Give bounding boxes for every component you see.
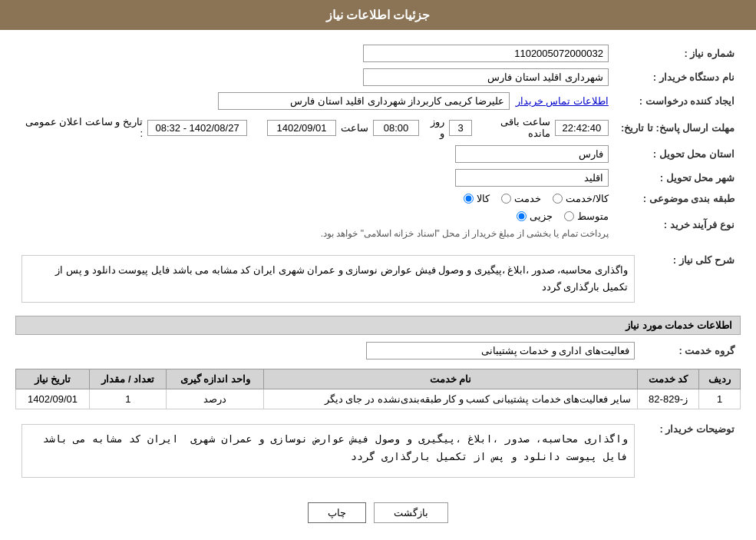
announce-date-value: 1402/08/27 - 08:32 [147, 120, 247, 136]
time-value: 08:00 [373, 120, 419, 136]
category-label: طبقه بندی موضوعی : [615, 190, 741, 207]
contact-link[interactable]: اطلاعات تماس خریدار [516, 95, 609, 107]
group-service-table: گروه خدمت : فعالیت‌های اداری و خدمات پشت… [15, 339, 741, 363]
time-label: ساعت [341, 122, 368, 134]
process-label: نوع فرآیند خرید : [615, 207, 741, 242]
need-number-input: 1102005072000032 [363, 45, 609, 62]
creator-row: اطلاعات تماس خریدار علیرضا کریمی کاربردا… [15, 89, 615, 113]
category-khadamat-option: خدمت [501, 193, 541, 204]
creator-input: علیرضا کریمی کاربرداز شهرداری اقلید استا… [218, 92, 510, 110]
days-label: روز و [424, 116, 444, 139]
khadamat-radio[interactable] [501, 194, 511, 204]
buyer-org-value: شهرداری اقلید استان فارس [15, 65, 615, 89]
jozvi-radio[interactable] [517, 211, 527, 221]
category-row: کالا/خدمت خدمت کالا [15, 190, 615, 207]
city-label: شهر محل تحویل : [615, 166, 741, 190]
kala-khadamat-radio[interactable] [553, 194, 563, 204]
col-service-code: کد خدمت [637, 369, 698, 389]
description-box: واگذاری محاسبه، صدور ،ابلاغ ،پیگیری و وص… [21, 255, 635, 303]
description-value: واگذاری محاسبه، صدور ،ابلاغ ،پیگیری و وص… [15, 248, 641, 310]
process-description: پرداخت تمام یا بخشی از مبلغ خریدار از مح… [321, 228, 609, 239]
description-table: شرح کلی نیاز : واگذاری محاسبه، صدور ،ابل… [15, 248, 741, 310]
creator-label: ایجاد کننده درخواست : [615, 89, 741, 113]
col-unit: واحد اندازه گیری [167, 369, 264, 389]
motavasset-label: متوسط [577, 210, 609, 222]
process-motavasset-option: متوسط [564, 210, 609, 222]
buyer-org-input: شهرداری اقلید استان فارس [363, 68, 609, 86]
col-date: تاریخ نیاز [16, 369, 90, 389]
province-input: فارس [455, 145, 609, 163]
kala-radio[interactable] [464, 194, 474, 204]
description-label: شرح کلی نیاز : [641, 248, 741, 310]
kala-label: کالا [477, 193, 490, 204]
page-header: جزئیات اطلاعات نیاز [0, 0, 756, 30]
category-kala-option: کالا [464, 193, 490, 204]
khadamat-label: خدمت [514, 193, 541, 204]
action-buttons: بازگشت چاپ [15, 502, 741, 523]
days-value: 3 [449, 120, 472, 136]
process-row: متوسط جزیی پرداخت تمام یا بخشی از مبلغ خ… [15, 207, 615, 242]
page-title: جزئیات اطلاعات نیاز [326, 8, 431, 22]
response-deadline-label: مهلت ارسال پاسخ: تا تاریخ: [615, 113, 741, 142]
main-info-table: شماره نیاز : 1102005072000032 نام دستگاه… [15, 41, 741, 242]
buyer-notes-value [15, 417, 641, 487]
kala-khadamat-label: کالا/خدمت [566, 193, 609, 204]
group-input: فعالیت‌های اداری و خدمات پشتیبانی [366, 342, 635, 359]
print-button[interactable]: چاپ [308, 502, 366, 523]
province-label: استان محل تحویل : [615, 142, 741, 166]
services-section-title: اطلاعات خدمات مورد نیاز [15, 316, 741, 335]
table-row: 1 ز-829-82 سایر فعالیت‌های خدمات پشتیبان… [16, 389, 741, 409]
response-deadline-row: 22:42:40 ساعت باقی مانده 3 روز و 08:00 س… [15, 113, 615, 142]
group-label: گروه خدمت : [641, 339, 741, 363]
need-number-label: شماره نیاز : [615, 41, 741, 65]
back-button[interactable]: بازگشت [374, 502, 448, 523]
buyer-notes-label: توضیحات خریدار : [641, 417, 741, 487]
need-number-value: 1102005072000032 [15, 41, 615, 65]
cell-service-code: ز-829-82 [637, 389, 698, 409]
col-quantity: تعداد / مقدار [90, 369, 167, 389]
date-value: 1402/09/01 [267, 120, 336, 136]
province-value: فارس [15, 142, 615, 166]
col-row-num: ردیف [699, 369, 741, 389]
buyer-notes-table: توضیحات خریدار : [15, 417, 741, 487]
motavasset-radio[interactable] [564, 211, 574, 221]
cell-unit: درصد [167, 389, 264, 409]
remaining-label: ساعت باقی مانده [477, 116, 550, 139]
jozvi-label: جزیی [530, 210, 553, 222]
remaining-time-value: 22:42:40 [555, 120, 609, 136]
group-value: فعالیت‌های اداری و خدمات پشتیبانی [15, 339, 641, 363]
services-table: ردیف کد خدمت نام خدمت واحد اندازه گیری ت… [15, 369, 741, 409]
buyer-org-label: نام دستگاه خریدار : [615, 65, 741, 89]
cell-service-name: سایر فعالیت‌های خدمات پشتیبانی کسب و کار… [264, 389, 638, 409]
buyer-notes-textarea [21, 424, 635, 478]
col-service-name: نام خدمت [264, 369, 638, 389]
city-input: اقلید [455, 169, 609, 187]
announce-date-label: تاریخ و ساعت اعلان عمومی : [21, 116, 143, 139]
cell-quantity: 1 [90, 389, 167, 409]
city-value: اقلید [15, 166, 615, 190]
cell-row-num: 1 [699, 389, 741, 409]
category-kala-khadamat-option: کالا/خدمت [553, 193, 609, 204]
process-jozvi-option: جزیی [517, 210, 553, 222]
cell-date: 1402/09/01 [16, 389, 90, 409]
